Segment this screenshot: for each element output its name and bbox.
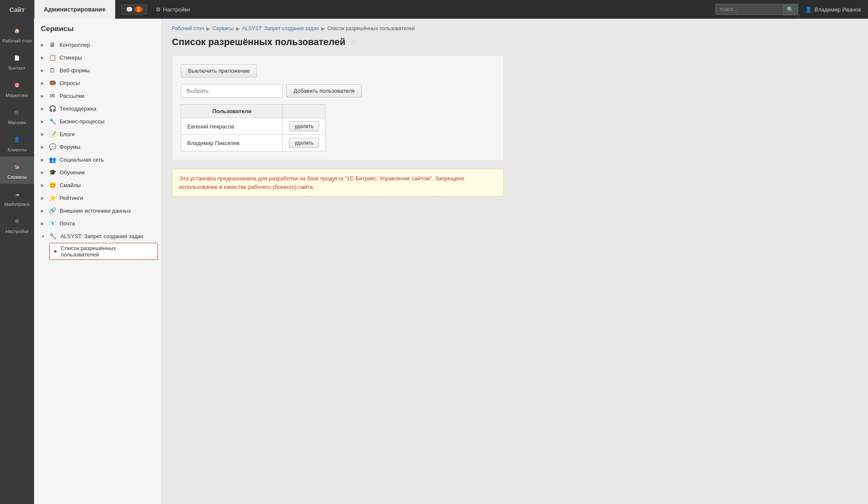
menu-item-bizproc[interactable]: ▶ 🔧 Бизнес-процессы	[34, 115, 161, 128]
table-header-users: Пользователи	[181, 105, 283, 118]
notifications-count: 2	[135, 6, 143, 12]
notifications-button[interactable]: 💬 2	[121, 4, 147, 15]
user-name: Владимир Иванов	[814, 6, 861, 13]
home-icon: 🏠	[11, 25, 23, 37]
sidebar-item-content[interactable]: 📄 Контент	[0, 48, 34, 75]
sidebar-item-settings[interactable]: ⚙ Настройки	[0, 211, 34, 238]
breadcrumb-desktop[interactable]: Рабочий стол	[172, 26, 204, 31]
social-icon: 👥	[49, 156, 56, 163]
menu-label-ratings: Рейтинги	[60, 195, 83, 201]
sidebar-item-label-clients: Клиенты	[8, 147, 26, 152]
alsyst-icon: 🔧	[49, 232, 57, 240]
search-area: 🔍	[715, 4, 798, 15]
content-panel: Выключить приложение Добавить пользовате…	[172, 55, 504, 160]
arrow-icon: ▶	[41, 170, 44, 175]
disable-app-button[interactable]: Выключить приложение	[181, 64, 257, 77]
menu-item-blogs[interactable]: ▶ 📝 Блоги	[34, 128, 161, 140]
sidebar-item-marketing[interactable]: 🎯 Маркетинг	[0, 75, 34, 102]
user-icon: 👤	[805, 6, 812, 13]
user-actions-cell-1: удалить	[283, 135, 326, 151]
users-table: Пользователи Евгений Некрасов удалить	[181, 104, 326, 151]
user-actions-cell-0: удалить	[283, 118, 326, 135]
table-row: Владимир Пикселев удалить	[181, 135, 326, 151]
disable-app-button-label: Выключить приложение	[188, 68, 250, 74]
content-icon: 📄	[11, 52, 23, 64]
menu-item-stickers[interactable]: ▶ 📋 Стикеры	[34, 51, 161, 64]
menu-label-mailings: Рассылки	[60, 93, 84, 99]
menu-item-polls[interactable]: ▶ 🍩 Опросы	[34, 77, 161, 89]
admin-label: Администрирование	[44, 6, 106, 13]
user-select-row: Добавить пользователя	[181, 84, 495, 97]
menu-item-support[interactable]: ▶ 🎧 Техподдержка	[34, 102, 161, 115]
breadcrumb-separator-1: ▶	[206, 26, 210, 31]
left-menu: Сервисы ▶ 🖥 Контроллер ▶ 📋 Стикеры ▶ 🗒 В…	[34, 19, 162, 504]
forums-icon: 💬	[49, 143, 56, 151]
settings-label: Настройки	[163, 6, 190, 13]
site-label: Сайт	[9, 6, 25, 13]
menu-item-social[interactable]: ▶ 👥 Социальная сеть	[34, 153, 161, 166]
breadcrumb-services[interactable]: Сервисы	[212, 26, 234, 31]
marketing-icon: 🎯	[11, 79, 23, 91]
sidebar-item-services[interactable]: 📚 Сервисы	[0, 157, 34, 184]
warning-text: Эта установка предназначена для разработ…	[179, 175, 464, 190]
site-button[interactable]: Сайт	[0, 0, 34, 19]
menu-label-external: Внешние источники данных	[60, 208, 131, 214]
bizproc-icon: 🔧	[49, 117, 56, 125]
left-menu-title: Сервисы	[34, 25, 161, 38]
user-select-input[interactable]	[181, 84, 283, 97]
menu-item-mail[interactable]: ▶ 📧 Почта	[34, 217, 161, 230]
sidebar-item-shop[interactable]: 🛒 Магазин	[0, 102, 34, 129]
user-menu[interactable]: 👤 Владимир Иванов	[798, 0, 868, 19]
ratings-icon: ⭐	[49, 194, 56, 202]
page-title-row: Список разрешённых пользователей ☆	[172, 37, 858, 48]
search-button[interactable]: 🔍	[783, 4, 798, 15]
arrow-icon: ▶	[41, 208, 44, 213]
menu-item-controller[interactable]: ▶ 🖥 Контроллер	[34, 38, 161, 51]
delete-user-button-1[interactable]: удалить	[289, 138, 319, 148]
search-input[interactable]	[715, 4, 783, 15]
arrow-icon: ▶	[41, 68, 44, 73]
menu-item-webforms[interactable]: ▶ 🗒 Веб-формы	[34, 64, 161, 77]
submenu-item-allowed-users[interactable]: Список разрешённых пользователей	[49, 243, 158, 260]
add-user-button[interactable]: Добавить пользователя	[286, 84, 362, 97]
arrow-icon: ▶	[41, 132, 44, 137]
breadcrumb-alsyst[interactable]: ALSYST: Запрет создания задач	[242, 26, 319, 31]
sidebar-item-clients[interactable]: 👤 Клиенты	[0, 129, 34, 157]
gear-icon: ⚙	[156, 6, 161, 13]
learning-icon: 🎓	[49, 168, 56, 176]
menu-label-support: Техподдержка	[60, 105, 96, 112]
menu-label-smileys: Смайлы	[60, 182, 81, 188]
sidebar-item-marketplace[interactable]: ☁ Marketplace	[0, 184, 34, 211]
arrow-icon: ▶	[41, 94, 44, 98]
menu-item-alsyst[interactable]: ▼ 🔧 ALSYST: Запрет создания задач	[34, 230, 161, 242]
admin-tab[interactable]: Администрирование	[34, 0, 115, 19]
table-header-actions	[283, 105, 326, 118]
menu-item-external[interactable]: ▶ 🔗 Внешние источники данных	[34, 204, 161, 217]
delete-user-button-0[interactable]: удалить	[289, 121, 319, 131]
breadcrumb: Рабочий стол ▶ Сервисы ▶ ALSYST: Запрет …	[172, 26, 858, 31]
menu-label-blogs: Блоги	[60, 131, 74, 137]
clients-icon: 👤	[11, 134, 23, 145]
settings-button[interactable]: ⚙ Настройки	[151, 5, 194, 14]
sidebar-icons: 🏠 Рабочий стол 📄 Контент 🎯 Маркетинг 🛒 М…	[0, 19, 34, 504]
submenu-dot	[54, 250, 57, 253]
menu-item-smileys[interactable]: ▶ 😊 Смайлы	[34, 179, 161, 191]
arrow-icon: ▶	[41, 106, 44, 111]
services-icon: 📚	[11, 161, 23, 173]
menu-item-mailings[interactable]: ▶ ✉ Рассылки	[34, 89, 161, 102]
menu-item-forums[interactable]: ▶ 💬 Форумы	[34, 140, 161, 153]
main-content: Рабочий стол ▶ Сервисы ▶ ALSYST: Запрет …	[162, 19, 868, 504]
sidebar-item-label-services: Сервисы	[7, 174, 27, 179]
settings-icon-sidebar: ⚙	[11, 215, 23, 227]
menu-label-webforms: Веб-формы	[60, 67, 90, 74]
favorite-star-icon[interactable]: ☆	[350, 37, 357, 47]
top-nav-middle: 💬 2 ⚙ Настройки	[115, 4, 715, 15]
support-icon: 🎧	[49, 105, 56, 112]
arrow-icon: ▶	[41, 55, 44, 60]
arrow-icon-expanded: ▼	[40, 234, 45, 238]
menu-item-ratings[interactable]: ▶ ⭐ Рейтинги	[34, 191, 161, 204]
menu-item-learning[interactable]: ▶ 🎓 Обучение	[34, 166, 161, 179]
shop-icon: 🛒	[11, 106, 23, 118]
menu-label-bizproc: Бизнес-процессы	[60, 118, 104, 125]
sidebar-item-desktop[interactable]: 🏠 Рабочий стол	[0, 20, 34, 48]
